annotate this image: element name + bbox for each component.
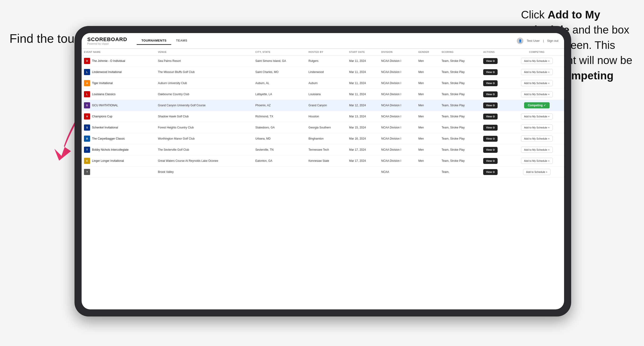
add-to-schedule-button[interactable]: Add to My Schedule + <box>521 158 553 164</box>
date-cell <box>347 167 379 177</box>
gender-cell: Men <box>416 55 440 67</box>
table-row: A Tiger Invitational Auburn University C… <box>82 78 564 89</box>
competing-cell: Add to My Schedule + <box>510 67 564 78</box>
header-right: 👤 Test User | Sign out <box>517 37 558 44</box>
view-button[interactable]: View ⊙ <box>483 91 498 97</box>
event-name-text: Schenkel Invitational <box>92 126 118 129</box>
add-to-schedule-button[interactable]: Add to My Schedule + <box>521 91 553 97</box>
team-logo: S <box>84 125 90 131</box>
city-cell: Urbana, MD <box>253 133 306 144</box>
hosted-by-cell: Houston <box>306 111 347 122</box>
division-cell: NCAA Division I <box>379 144 416 156</box>
actions-cell: View ⊙ <box>481 100 510 111</box>
col-competing: COMPETING <box>510 49 564 55</box>
team-logo: ? <box>84 169 90 175</box>
view-button[interactable]: View ⊙ <box>483 103 498 108</box>
table-row: L Lindenwood Invitational The Missouri B… <box>82 67 564 78</box>
add-to-schedule-button[interactable]: Add to My Schedule + <box>521 58 553 64</box>
city-cell: Sevierville, TN <box>253 144 306 156</box>
date-cell: Mar 15, 2024 <box>347 122 379 133</box>
table-row: ? Brook ValleyNCAATeam,View ⊙Add to Sche… <box>82 167 564 177</box>
view-button[interactable]: View ⊙ <box>483 147 498 153</box>
col-city: CITY, STATE <box>253 49 306 55</box>
venue-cell: Worthington Manor Golf Club <box>156 133 253 144</box>
gender-cell <box>416 167 440 177</box>
venue-cell: The Missouri Bluffs Golf Club <box>156 67 253 78</box>
table-row: B The Carpetbagger Classic Worthington M… <box>82 133 564 144</box>
team-logo: L <box>84 69 90 75</box>
add-to-schedule-button[interactable]: Add to My Schedule + <box>521 80 553 86</box>
gender-cell: Men <box>416 133 440 144</box>
add-to-schedule-button[interactable]: Add to My Schedule + <box>521 113 553 120</box>
tab-teams[interactable]: TEAMS <box>171 37 192 45</box>
view-button[interactable]: View ⊙ <box>483 58 498 64</box>
view-button[interactable]: View ⊙ <box>483 125 498 131</box>
actions-cell: View ⊙ <box>481 55 510 67</box>
venue-cell: Oakbourne Country Club <box>156 89 253 100</box>
venue-cell: The Sevierville Golf Club <box>156 144 253 156</box>
view-button[interactable]: View ⊙ <box>483 169 498 175</box>
venue-cell: Shadow Hawk Golf Club <box>156 111 253 122</box>
event-name-cell: H Champions Cup <box>82 111 156 122</box>
scoring-cell: Team, Stroke Play <box>439 67 481 78</box>
event-name-text: Tiger Invitational <box>92 81 113 85</box>
venue-cell: Forest Heights Country Club <box>156 122 253 133</box>
add-to-schedule-button[interactable]: Add to My Schedule + <box>521 125 553 131</box>
date-cell: Mar 13, 2024 <box>347 111 379 122</box>
view-button[interactable]: View ⊙ <box>483 80 498 86</box>
event-name-cell: B The Carpetbagger Classic <box>82 133 156 144</box>
scoring-cell: Team, Stroke Play <box>439 78 481 89</box>
tab-tournaments[interactable]: TOURNAMENTS <box>137 37 171 45</box>
view-button[interactable]: View ⊙ <box>483 114 498 120</box>
table-row: S Schenkel Invitational Forest Heights C… <box>82 122 564 133</box>
tablet-screen: SCOREBOARD Powered by clippd TOURNAMENTS… <box>82 33 564 309</box>
nav-tabs: TOURNAMENTS TEAMS <box>137 37 192 45</box>
team-logo: R <box>84 58 90 64</box>
app-logo: SCOREBOARD <box>87 36 127 42</box>
hosted-by-cell: Grand Canyon <box>306 100 347 111</box>
add-to-schedule-button[interactable]: Add to My Schedule + <box>521 136 553 142</box>
event-name-cell: S Schenkel Invitational <box>82 122 156 133</box>
scoring-cell: Team, Stroke Play <box>439 156 481 167</box>
view-button[interactable]: View ⊙ <box>483 136 498 142</box>
city-cell: Auburn, AL <box>253 78 306 89</box>
col-gender: GENDER <box>416 49 440 55</box>
view-button[interactable]: View ⊙ <box>483 69 498 75</box>
table-row: L Louisiana Classics Oakbourne Country C… <box>82 89 564 100</box>
event-name-cell: L Lindenwood Invitational <box>82 67 156 78</box>
gender-cell: Men <box>416 67 440 78</box>
table-row: G GCU INVITATIONAL Grand Canyon Universi… <box>82 100 564 111</box>
division-cell: NCAA Division I <box>379 133 416 144</box>
competing-cell: Add to My Schedule + <box>510 144 564 156</box>
actions-cell: View ⊙ <box>481 156 510 167</box>
table-row: H Champions Cup Shadow Hawk Golf ClubRic… <box>82 111 564 122</box>
add-to-schedule-button[interactable]: Add to Schedule + <box>523 169 550 175</box>
date-cell: Mar 11, 2024 <box>347 89 379 100</box>
add-to-schedule-button[interactable]: Add to My Schedule + <box>521 147 553 153</box>
date-cell: Mar 16, 2024 <box>347 133 379 144</box>
actions-cell: View ⊙ <box>481 167 510 177</box>
add-to-schedule-button[interactable]: Add to My Schedule + <box>521 69 553 75</box>
venue-cell: Auburn University Club <box>156 78 253 89</box>
city-cell: Lafayette, LA <box>253 89 306 100</box>
avatar: 👤 <box>517 37 524 44</box>
division-cell: NCAA Division I <box>379 111 416 122</box>
col-actions: ACTIONS <box>481 49 510 55</box>
actions-cell: View ⊙ <box>481 111 510 122</box>
city-cell: Saint Charles, MO <box>253 67 306 78</box>
city-cell: Eatonton, GA <box>253 156 306 167</box>
city-cell: Saint Simons Island, GA <box>253 55 306 67</box>
team-logo: A <box>84 80 90 86</box>
venue-cell: Great Waters Course At Reynolds Lake Oco… <box>156 156 253 167</box>
tablet-frame: SCOREBOARD Powered by clippd TOURNAMENTS… <box>74 26 571 317</box>
table-body: R The Johnnie - O Individual Sea Palms R… <box>82 55 564 177</box>
logo-area: SCOREBOARD Powered by clippd <box>87 36 127 45</box>
team-logo: H <box>84 113 90 120</box>
competing-button[interactable]: Competing ✓ <box>524 102 550 108</box>
division-cell: NCAA Division I <box>379 100 416 111</box>
event-name-cell: K Linger Longer Invitational <box>82 156 156 167</box>
view-button[interactable]: View ⊙ <box>483 158 498 164</box>
team-logo: L <box>84 91 90 97</box>
signout-link[interactable]: Sign out <box>547 39 558 42</box>
competing-cell: Add to My Schedule + <box>510 156 564 167</box>
